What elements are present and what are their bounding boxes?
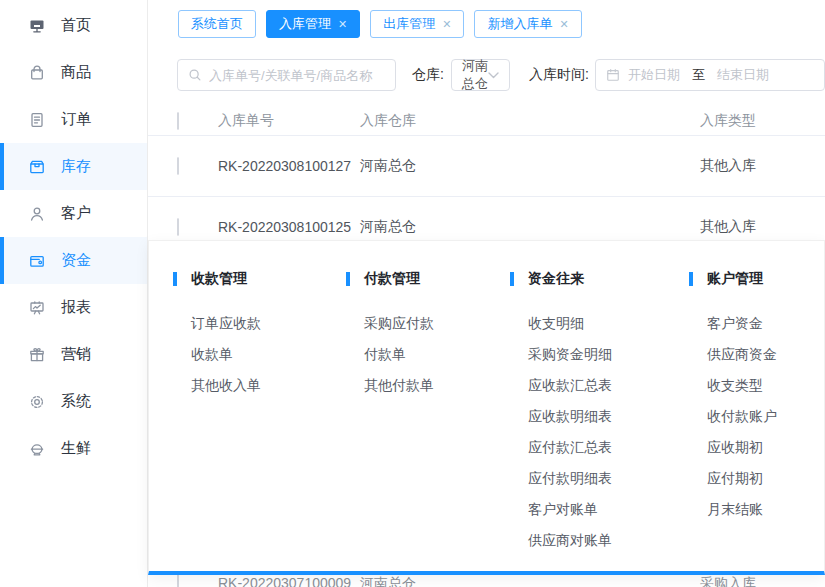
menu-column-header: 资金往来 <box>510 269 612 289</box>
sidebar-item-label: 首页 <box>61 16 91 35</box>
date-start-placeholder: 开始日期 <box>628 66 680 84</box>
close-icon[interactable]: ✕ <box>338 19 347 30</box>
sidebar-item-label: 资金 <box>61 251 91 270</box>
menu-item[interactable]: 收款单 <box>191 339 261 370</box>
menu-column-account-management: 账户管理 客户资金 供应商资金 收支类型 收付款账户 应收期初 应付期初 月末结… <box>689 269 777 525</box>
menu-column-header: 账户管理 <box>689 269 777 289</box>
cell-warehouse: 河南总仓 <box>360 576 700 587</box>
tab-label: 入库管理 <box>279 15 331 33</box>
sidebar-item-orders[interactable]: 订单 <box>0 96 147 143</box>
inbound-table: 入库单号 入库仓库 入库类型 RK-20220308100127 河南总仓 其他… <box>148 106 825 258</box>
cell-order-no: RK-20220307100009 <box>218 576 360 587</box>
cell-type: 其他入库 <box>700 157 825 175</box>
blue-marker-icon <box>689 272 693 286</box>
tab-new-inbound-order[interactable]: 新增入库单 ✕ <box>474 10 581 38</box>
tab-bar: 系统首页 入库管理 ✕ 出库管理 ✕ 新增入库单 ✕ <box>148 0 825 48</box>
row-checkbox[interactable] <box>177 218 179 236</box>
table-header: 入库单号 入库仓库 入库类型 <box>148 106 825 136</box>
sidebar-item-reports[interactable]: 报表 <box>0 284 147 331</box>
search-input[interactable] <box>209 68 385 83</box>
close-icon[interactable]: ✕ <box>442 19 451 30</box>
close-icon[interactable]: ✕ <box>559 19 568 30</box>
sidebar-item-label: 报表 <box>61 298 91 317</box>
menu-item[interactable]: 付款单 <box>364 339 434 370</box>
sidebar-item-inventory[interactable]: 库存 <box>0 143 147 190</box>
blue-marker-icon <box>346 272 350 286</box>
menu-item[interactable]: 收付款账户 <box>707 401 777 432</box>
search-icon <box>188 68 202 82</box>
menu-item[interactable]: 其他收入单 <box>191 370 261 401</box>
menu-column-payments: 付款管理 采购应付款 付款单 其他付款单 <box>346 269 434 401</box>
menu-column-header: 收款管理 <box>173 269 261 289</box>
sidebar-item-customers[interactable]: 客户 <box>0 190 147 237</box>
menu-item[interactable]: 采购资金明细 <box>528 339 612 370</box>
cell-type: 其他入库 <box>700 218 825 236</box>
sidebar-item-system[interactable]: 系统 <box>0 378 147 425</box>
menu-item[interactable]: 客户对账单 <box>528 494 612 525</box>
warehouse-select[interactable]: 河南总仓 <box>451 59 510 91</box>
menu-item[interactable]: 收支类型 <box>707 370 777 401</box>
sidebar-item-label: 生鲜 <box>61 439 91 458</box>
date-range-picker[interactable]: 开始日期 至 结束日期 <box>595 59 825 91</box>
menu-item[interactable]: 收支明细 <box>528 308 612 339</box>
funds-mega-menu: 收款管理 订单应收款 收款单 其他收入单 付款管理 采购应付款 付款单 其他付款… <box>148 240 825 575</box>
menu-column-title: 收款管理 <box>191 270 247 288</box>
date-end-placeholder: 结束日期 <box>717 66 769 84</box>
tab-label: 系统首页 <box>191 15 243 33</box>
sidebar-item-funds[interactable]: 资金 <box>0 237 147 284</box>
menu-item[interactable]: 其他付款单 <box>364 370 434 401</box>
blue-marker-icon <box>173 272 177 286</box>
sidebar-item-label: 商品 <box>61 63 91 82</box>
menu-item[interactable]: 应收期初 <box>707 432 777 463</box>
row-checkbox[interactable] <box>177 574 179 587</box>
sidebar-item-goods[interactable]: 商品 <box>0 49 147 96</box>
cell-type: 采购入库 <box>700 576 825 587</box>
cell-order-no: RK-20220308100127 <box>218 158 360 174</box>
menu-item[interactable]: 应付期初 <box>707 463 777 494</box>
sidebar-item-label: 库存 <box>61 157 91 176</box>
person-icon <box>28 205 46 223</box>
menu-item[interactable]: 采购应付款 <box>364 308 434 339</box>
cell-warehouse: 河南总仓 <box>360 218 700 236</box>
search-box[interactable] <box>177 59 396 91</box>
cell-warehouse: 河南总仓 <box>360 157 700 175</box>
sidebar-item-label: 订单 <box>61 110 91 129</box>
tab-system-home[interactable]: 系统首页 <box>178 10 256 38</box>
sidebar-item-label: 客户 <box>61 204 91 223</box>
table-row-partial[interactable]: RK-20220307100009 河南总仓 采购入库 <box>148 576 825 587</box>
menu-item[interactable]: 供应商资金 <box>707 339 777 370</box>
menu-item[interactable]: 应付款明细表 <box>528 463 612 494</box>
column-header-order-no: 入库单号 <box>218 112 360 130</box>
monitor-icon <box>28 17 46 35</box>
menu-item[interactable]: 应收款汇总表 <box>528 370 612 401</box>
calendar-icon <box>606 68 620 82</box>
menu-column-receipts: 收款管理 订单应收款 收款单 其他收入单 <box>173 269 261 401</box>
menu-item[interactable]: 供应商对账单 <box>528 525 612 556</box>
bowl-icon <box>28 440 46 458</box>
menu-item[interactable]: 订单应收款 <box>191 308 261 339</box>
warehouse-select-value: 河南总仓 <box>462 57 488 93</box>
cell-order-no: RK-20220308100125 <box>218 219 360 235</box>
table-row[interactable]: RK-20220308100127 河南总仓 其他入库 <box>148 136 825 197</box>
document-icon <box>28 111 46 129</box>
menu-column-title: 账户管理 <box>707 270 763 288</box>
wallet-icon <box>28 252 46 270</box>
chart-board-icon <box>28 299 46 317</box>
app-window: 首页 商品 订单 库存 客户 <box>0 0 825 587</box>
tab-outbound-management[interactable]: 出库管理 ✕ <box>370 10 464 38</box>
package-icon <box>28 158 46 176</box>
chevron-down-icon <box>488 72 499 79</box>
filter-bar: 仓库: 河南总仓 入库时间: 开始日期 至 结束日期 <box>148 59 825 91</box>
menu-item[interactable]: 应收款明细表 <box>528 401 612 432</box>
bag-icon <box>28 64 46 82</box>
menu-item[interactable]: 应付款汇总表 <box>528 432 612 463</box>
menu-item[interactable]: 客户资金 <box>707 308 777 339</box>
select-all-checkbox[interactable] <box>177 112 179 130</box>
sidebar-item-fresh[interactable]: 生鲜 <box>0 425 147 472</box>
tab-inbound-management[interactable]: 入库管理 ✕ <box>266 10 360 38</box>
row-checkbox[interactable] <box>177 157 179 175</box>
menu-item[interactable]: 月末结账 <box>707 494 777 525</box>
sidebar-item-marketing[interactable]: 营销 <box>0 331 147 378</box>
sidebar-item-home[interactable]: 首页 <box>0 2 147 49</box>
gift-icon <box>28 346 46 364</box>
